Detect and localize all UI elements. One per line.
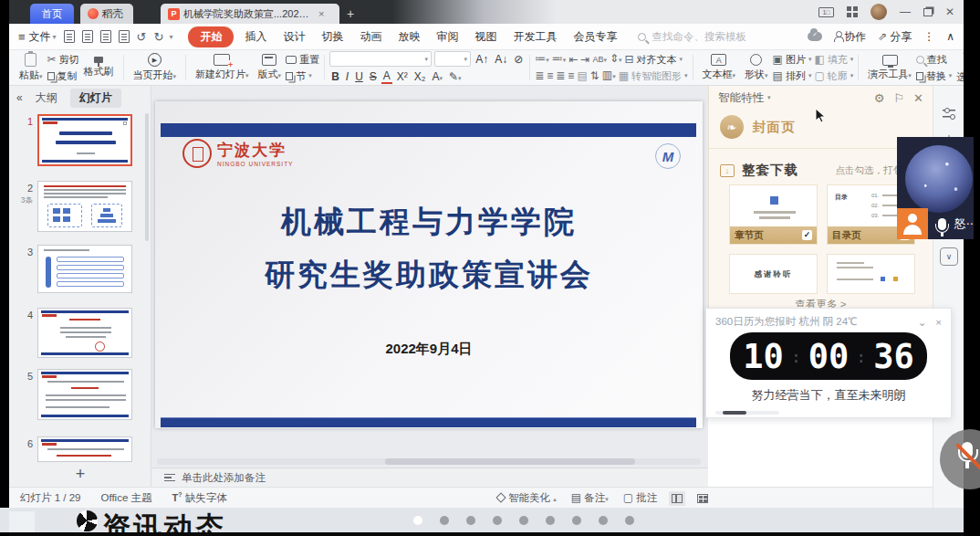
highlight-button[interactable]: ✎▾: [447, 70, 464, 83]
slide-title-line1[interactable]: 机械工程与力学学院: [155, 202, 703, 243]
collapse-ribbon-icon[interactable]: ∧: [946, 30, 954, 43]
slide-sorter-view-icon[interactable]: [697, 494, 708, 503]
slide-date[interactable]: 2022年9月4日: [155, 341, 703, 358]
font-size-select[interactable]: ▾: [434, 51, 471, 67]
paste-button[interactable]: 粘贴▾: [15, 52, 47, 83]
ribbon-tab-devtools[interactable]: 开发工具: [505, 26, 565, 47]
horizontal-scrollbar[interactable]: [157, 458, 701, 465]
justify-icon[interactable]: ≡: [568, 70, 574, 81]
more-menu-icon[interactable]: ⋮: [923, 30, 934, 43]
format-painter-button[interactable]: 格式刷: [79, 56, 119, 79]
hamburger-icon[interactable]: ≡: [18, 30, 26, 44]
file-menu[interactable]: 文件: [29, 29, 51, 45]
slide-thumb-5[interactable]: 5: [9, 369, 132, 420]
shapes-button[interactable]: 形状▾: [740, 53, 773, 82]
thumb-preview-1[interactable]: [37, 114, 132, 166]
missing-font-item[interactable]: T? 缺失字体: [172, 491, 227, 505]
line-spacing-icon[interactable]: ⇕▾: [610, 53, 622, 66]
tab-slides[interactable]: 幻灯片: [70, 89, 121, 108]
play-from-current-button[interactable]: ▶ 当页开始▾: [129, 52, 182, 83]
bullet-list-icon[interactable]: ≔▾: [535, 53, 549, 66]
ribbon-tab-view[interactable]: 视图: [466, 26, 505, 47]
slide-canvas[interactable]: 宁波大学 NINGBO UNIVERSITY M 机械工程与力学学院 研究生奖助…: [155, 101, 703, 428]
ribbon-tab-member[interactable]: 会员专享: [565, 26, 625, 47]
slide-thumb-4[interactable]: 4: [9, 308, 132, 358]
cloud-sync-icon[interactable]: [808, 32, 822, 41]
save-icon[interactable]: [64, 30, 75, 43]
align-right-icon[interactable]: ≣: [556, 70, 565, 81]
tab-docer[interactable]: 稻壳: [80, 4, 133, 24]
object-properties-icon[interactable]: [933, 106, 964, 122]
print-icon[interactable]: [100, 30, 111, 43]
fill-button[interactable]: ◧填充▾: [814, 53, 853, 67]
tab-outline[interactable]: 大纲: [36, 90, 57, 106]
share-button[interactable]: ⇗ 分享: [878, 29, 912, 45]
italic-button[interactable]: I: [344, 70, 350, 83]
align-left-icon[interactable]: ≣: [535, 70, 544, 81]
new-slide-button[interactable]: 新建幻灯片▾: [191, 53, 254, 82]
ribbon-tab-insert[interactable]: 插入: [236, 26, 275, 47]
close-button[interactable]: ✕: [945, 5, 954, 18]
textbox-button[interactable]: A 文本框▾: [698, 53, 741, 82]
indent-increase-icon[interactable]: ⇥: [580, 54, 589, 65]
align-text-button[interactable]: ⊟对齐文本▾: [624, 53, 683, 67]
beautify-button[interactable]: 智能美化 ▴: [497, 491, 557, 505]
subscript-button[interactable]: X₂: [412, 70, 428, 83]
distribute-icon[interactable]: ▤: [577, 70, 587, 81]
underline-button[interactable]: U: [353, 70, 365, 83]
feedback-mail-icon[interactable]: ∨: [933, 247, 964, 266]
slide-thumb-3[interactable]: 3: [9, 245, 132, 293]
slide-thumb-2[interactable]: 23条: [9, 181, 132, 232]
close-popup-icon[interactable]: ×: [935, 317, 942, 328]
theme-name[interactable]: Office 主题: [100, 491, 151, 505]
to-smartart-button[interactable]: ▦转智能图形▾: [619, 69, 688, 83]
clear-format-button[interactable]: ⊘: [512, 53, 525, 66]
columns-icon[interactable]: ▥▾: [602, 69, 616, 82]
tab-document[interactable]: P 机械学院奖助政策宣...2022.9.4) ×: [161, 4, 339, 24]
template-card-thanks[interactable]: 感谢聆听: [729, 254, 818, 294]
indent-decrease-icon[interactable]: ⇤: [568, 54, 578, 65]
ribbon-tab-animation[interactable]: 动画: [351, 26, 390, 47]
number-list-icon[interactable]: ≕▾: [552, 53, 567, 66]
integrate-mode-icon[interactable]: 1□: [818, 7, 834, 17]
picture-button[interactable]: ▣图片▾: [773, 53, 812, 67]
thumb-preview-3[interactable]: [37, 245, 132, 293]
shrink-font-button[interactable]: A↓: [493, 53, 509, 66]
pin-icon[interactable]: ⚐: [893, 91, 904, 105]
collab-button[interactable]: 协作: [834, 29, 866, 45]
notes-toggle[interactable]: ▤ 备注▾: [571, 491, 609, 505]
collapse-sidebar-icon[interactable]: «: [16, 91, 23, 104]
ribbon-tab-design[interactable]: 设计: [275, 26, 313, 47]
search-input[interactable]: [652, 31, 761, 42]
close-tab-icon[interactable]: ×: [318, 8, 324, 19]
close-panel-icon[interactable]: ✕: [913, 91, 923, 105]
copy-button[interactable]: 复制: [47, 69, 79, 83]
font-family-select[interactable]: ▾: [329, 51, 432, 67]
ribbon-tab-home[interactable]: 开始: [188, 26, 234, 47]
thumb-preview-2[interactable]: [37, 181, 132, 232]
collapse-popup-icon[interactable]: ⌄: [918, 316, 927, 329]
reset-button[interactable]: 重置: [286, 53, 319, 67]
webcam-overlay[interactable]: 怒⋯: [897, 137, 974, 239]
carousel-dots[interactable]: [413, 516, 634, 525]
bold-button[interactable]: B: [329, 70, 341, 83]
tab-home[interactable]: 首页: [30, 4, 74, 24]
minimize-button[interactable]: —: [900, 5, 911, 18]
arrange-button[interactable]: ▤排列▾: [773, 69, 812, 83]
template-card-section[interactable]: 章节页 ✓: [729, 184, 818, 245]
ribbon-tab-slideshow[interactable]: 放映: [390, 26, 428, 47]
export-icon[interactable]: [82, 30, 93, 43]
gear-icon[interactable]: ⚙: [874, 91, 885, 105]
cut-button[interactable]: ✂剪切: [47, 53, 79, 67]
apps-grid-icon[interactable]: [847, 6, 858, 17]
outline-button[interactable]: ▢轮廓▾: [814, 69, 853, 83]
sidebar-scrollbar[interactable]: [145, 113, 149, 241]
replace-button[interactable]: 替换▾: [916, 69, 953, 83]
notes-bar[interactable]: 单击此处添加备注: [151, 468, 708, 487]
align-center-icon[interactable]: ≡: [547, 70, 553, 81]
slide-title-line2[interactable]: 研究生奖助政策宣讲会: [155, 255, 703, 296]
add-slide-button[interactable]: +: [9, 465, 151, 484]
ribbon-tab-review[interactable]: 审阅: [428, 26, 466, 47]
font-color-button[interactable]: A: [381, 69, 392, 84]
slide-thumb-1[interactable]: 1: [9, 114, 132, 166]
